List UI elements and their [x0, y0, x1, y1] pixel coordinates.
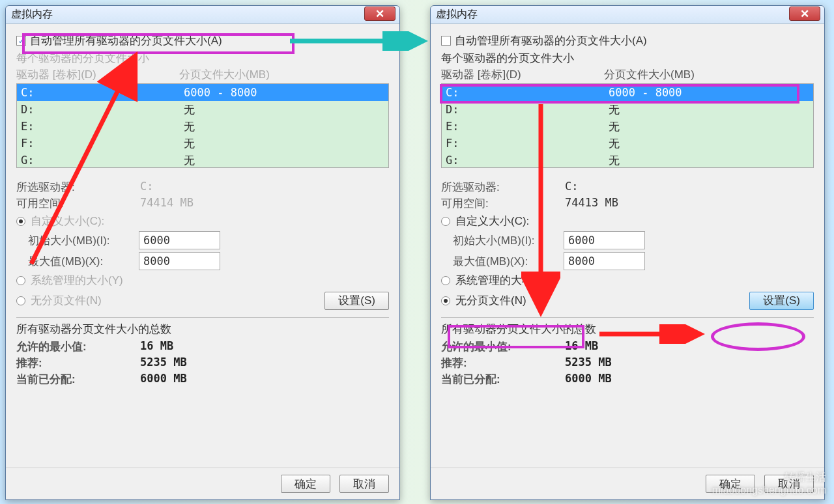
avail-label: 可用空间:: [441, 196, 565, 211]
rec-label: 推荐:: [16, 356, 140, 371]
custom-size-radio[interactable]: [441, 217, 450, 226]
rec-label: 推荐:: [441, 356, 565, 371]
per-drive-label: 每个驱动器的分页文件大小: [16, 51, 389, 66]
vm-dialog-left: 虚拟内存 ✕ 自动管理所有驱动器的分页文件大小(A) 每个驱动器的分页文件大小 …: [5, 5, 400, 500]
drive-row-g[interactable]: G:无: [17, 152, 388, 168]
selected-drive-label: 所选驱动器:: [441, 180, 565, 195]
drive-row-d[interactable]: D:无: [17, 101, 388, 118]
system-managed-radio[interactable]: [441, 276, 450, 285]
drive-row-f[interactable]: F:无: [442, 135, 813, 152]
rec-value: 5235 MB: [565, 356, 612, 371]
close-icon: ✕: [375, 7, 384, 21]
col-paging-header: 分页文件大小(MB): [179, 67, 389, 82]
drive-row-c[interactable]: C: 6000 - 8000: [442, 84, 813, 101]
initial-size-input[interactable]: 6000: [564, 231, 645, 249]
selected-drive-value: C:: [140, 180, 153, 195]
system-managed-label: 系统管理的大小(Y): [31, 273, 123, 288]
avail-value: 74414 MB: [140, 196, 194, 211]
totals-heading: 所有驱动器分页文件大小的总数: [441, 322, 814, 337]
max-size-label: 最大值(MB)(X):: [28, 254, 139, 269]
alloc-value: 6000 MB: [565, 372, 612, 387]
drive-row-d[interactable]: D:无: [442, 101, 813, 118]
ok-button[interactable]: 确定: [706, 475, 755, 493]
selected-drive-value: C:: [565, 180, 578, 195]
col-paging-header: 分页文件大小(MB): [604, 67, 814, 82]
custom-size-radio-row[interactable]: 自定义大小(C):: [16, 214, 389, 229]
drive-row-e[interactable]: E:无: [17, 118, 388, 135]
set-button[interactable]: 设置(S): [749, 292, 814, 310]
per-drive-label: 每个驱动器的分页文件大小: [441, 51, 814, 66]
titlebar[interactable]: 虚拟内存 ✕: [6, 6, 399, 24]
system-managed-label: 系统管理的大小(Y): [455, 273, 548, 288]
custom-size-radio[interactable]: [16, 217, 25, 226]
drive-row-f[interactable]: F:无: [17, 135, 388, 152]
ok-button[interactable]: 确定: [281, 475, 330, 493]
no-paging-label: 无分页文件(N): [455, 293, 526, 308]
auto-manage-row[interactable]: 自动管理所有驱动器的分页文件大小(A): [441, 33, 814, 48]
no-paging-radio[interactable]: [441, 296, 450, 305]
alloc-label: 当前已分配:: [441, 372, 565, 387]
drive-row-e[interactable]: E:无: [442, 118, 813, 135]
no-paging-radio-row[interactable]: 无分页文件(N): [16, 293, 324, 308]
close-button[interactable]: ✕: [364, 7, 395, 21]
custom-size-label: 自定义大小(C):: [31, 214, 104, 229]
window-title: 虚拟内存: [436, 8, 819, 21]
auto-manage-row[interactable]: 自动管理所有驱动器的分页文件大小(A): [16, 33, 389, 48]
close-button[interactable]: ✕: [789, 7, 820, 21]
min-value: 16 MB: [565, 339, 598, 354]
system-managed-radio[interactable]: [16, 276, 25, 285]
window-title: 虚拟内存: [11, 8, 394, 21]
custom-size-radio-row[interactable]: 自定义大小(C):: [441, 214, 814, 229]
auto-manage-label: 自动管理所有驱动器的分页文件大小(A): [455, 33, 647, 48]
min-label: 允许的最小值:: [16, 339, 140, 354]
col-drive-header: 驱动器 [卷标](D): [16, 67, 179, 82]
avail-label: 可用空间:: [16, 196, 140, 211]
initial-size-label: 初始大小(MB)(I):: [453, 233, 564, 248]
cancel-button[interactable]: 取消: [339, 475, 389, 493]
alloc-label: 当前已分配:: [16, 372, 140, 387]
drive-list[interactable]: C: 6000 - 8000 D:无 E:无 F:无 G:无: [16, 83, 389, 168]
system-managed-radio-row[interactable]: 系统管理的大小(Y): [441, 273, 814, 288]
selected-drive-label: 所选驱动器:: [16, 180, 140, 195]
system-managed-radio-row[interactable]: 系统管理的大小(Y): [16, 273, 389, 288]
drive-list[interactable]: C: 6000 - 8000 D:无 E:无 F:无 G:无: [441, 83, 814, 168]
auto-manage-checkbox[interactable]: [441, 36, 451, 46]
min-value: 16 MB: [140, 339, 173, 354]
titlebar[interactable]: 虚拟内存 ✕: [431, 6, 824, 24]
custom-size-label: 自定义大小(C):: [455, 214, 529, 229]
max-size-input[interactable]: 8000: [564, 252, 645, 270]
cancel-button[interactable]: 取消: [764, 475, 814, 493]
no-paging-radio[interactable]: [16, 296, 25, 305]
no-paging-radio-row[interactable]: 无分页文件(N): [441, 293, 749, 308]
auto-manage-label: 自动管理所有驱动器的分页文件大小(A): [30, 33, 222, 48]
auto-manage-checkbox[interactable]: [16, 36, 26, 46]
avail-value: 74413 MB: [565, 196, 618, 211]
rec-value: 5235 MB: [140, 356, 187, 371]
initial-size-input[interactable]: 6000: [139, 231, 220, 249]
min-label: 允许的最小值:: [441, 339, 565, 354]
max-size-input[interactable]: 8000: [139, 252, 220, 270]
drive-row-g[interactable]: G:无: [442, 152, 813, 168]
totals-heading: 所有驱动器分页文件大小的总数: [16, 322, 389, 337]
close-icon: ✕: [800, 7, 809, 21]
initial-size-label: 初始大小(MB)(I):: [28, 233, 139, 248]
col-drive-header: 驱动器 [卷标](D): [441, 67, 604, 82]
vm-dialog-right: 虚拟内存 ✕ 自动管理所有驱动器的分页文件大小(A) 每个驱动器的分页文件大小 …: [430, 5, 825, 500]
alloc-value: 6000 MB: [140, 372, 187, 387]
max-size-label: 最大值(MB)(X):: [453, 254, 564, 269]
set-button[interactable]: 设置(S): [324, 292, 389, 310]
no-paging-label: 无分页文件(N): [31, 293, 102, 308]
drive-row-c[interactable]: C: 6000 - 8000: [17, 84, 388, 101]
